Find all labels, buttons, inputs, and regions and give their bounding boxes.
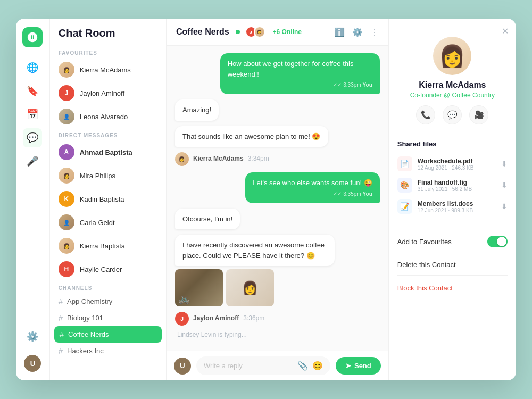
hash-icon: # bbox=[60, 330, 64, 339]
block-contact-label[interactable]: Block this Contact bbox=[397, 282, 453, 294]
emoji-icon[interactable]: 😊 bbox=[312, 361, 323, 371]
hash-icon: # bbox=[59, 346, 63, 355]
contact-leona-alvarado[interactable]: 👤 Leona Alvarado bbox=[50, 105, 166, 128]
add-favourites-row: Add to Favourites bbox=[397, 231, 508, 252]
msg-row-jaylon: J Jaylon Aminoff 3:36pm bbox=[175, 312, 380, 326]
channel-name: Hackers Inc bbox=[67, 347, 104, 355]
user-avatar[interactable]: U bbox=[24, 355, 41, 372]
channel-name: App Chemistry bbox=[67, 297, 112, 305]
contact-name: Leona Alvarado bbox=[80, 113, 128, 121]
chat-icon[interactable]: 💬 bbox=[23, 128, 42, 147]
contact-jaylon-aminoff[interactable]: J Jaylon Aminoff bbox=[50, 81, 166, 105]
divider bbox=[397, 254, 508, 254]
video-button[interactable]: 🎥 bbox=[469, 105, 488, 124]
typing-indicator: Lindsey Levin is typing... bbox=[175, 331, 380, 338]
message-button[interactable]: 💬 bbox=[443, 105, 462, 124]
msg-row-named: 👩 Kierra McAdams 3:34pm bbox=[175, 152, 380, 167]
contact-ahmad[interactable]: A Ahmad Baptista bbox=[50, 140, 166, 164]
cafe-image bbox=[175, 269, 223, 306]
shared-files-title: Shared files bbox=[397, 140, 508, 148]
msg-row: I have recently discovered an awesome co… bbox=[175, 235, 380, 306]
settings-icon[interactable]: ⚙️ bbox=[352, 27, 363, 37]
avatar-kadin: K bbox=[59, 191, 74, 207]
channel-coffee-nerds[interactable]: # Coffee Nerds bbox=[54, 326, 162, 343]
settings-icon[interactable]: ⚙️ bbox=[23, 327, 42, 346]
file-name: Members list.docs bbox=[418, 200, 496, 207]
pdf-icon: 📄 bbox=[397, 156, 412, 171]
avatar-haylie: H bbox=[59, 261, 74, 277]
app-logo[interactable] bbox=[22, 27, 43, 47]
file-item: 📝 Members list.docs 12 Jun 2021 · 989.3 … bbox=[397, 196, 508, 217]
contact-kierra-mcadams[interactable]: 👩 Kierra McAdams bbox=[50, 58, 166, 81]
calendar-icon[interactable]: 📅 bbox=[23, 105, 42, 124]
avatar-kierra-b: 👩 bbox=[59, 238, 74, 254]
avatar-mira: 👩 bbox=[59, 168, 74, 184]
info-icon[interactable]: ℹ️ bbox=[334, 27, 345, 37]
contact-carla[interactable]: 👤 Carla Geidt bbox=[50, 211, 166, 234]
globe-icon[interactable]: 🌐 bbox=[23, 58, 42, 77]
message-time: ✓✓3:35pmYou bbox=[253, 190, 372, 198]
channel-hackers-inc[interactable]: # Hackers Inc bbox=[50, 343, 166, 359]
channel-name: Coffee Nerds bbox=[68, 330, 109, 338]
profile-actions: 📞 💬 🎥 bbox=[416, 105, 488, 124]
download-icon[interactable]: ⬇ bbox=[501, 202, 508, 211]
message-text: Let's see who else wants some fun! 😜 bbox=[253, 179, 372, 187]
right-panel: ✕ 👩 Kierra McAdams Co-founder @ Coffee C… bbox=[389, 19, 516, 380]
contact-name: Ahmad Baptista bbox=[80, 148, 132, 156]
avatar-carla: 👤 bbox=[59, 214, 74, 230]
profile-name: Kierra McAdams bbox=[419, 80, 486, 90]
contact-name: Kadin Baptista bbox=[80, 195, 124, 203]
sender-name: Jaylon Aminoff 3:36pm bbox=[193, 314, 264, 322]
bookmark-icon[interactable]: 🔖 bbox=[23, 81, 42, 101]
contact-haylie[interactable]: H Haylie Carder bbox=[50, 257, 166, 281]
contact-mira[interactable]: 👩 Mira Philips bbox=[50, 164, 166, 187]
add-favourites-label: Add to Favourites bbox=[397, 238, 452, 246]
mic-icon[interactable]: 🎤 bbox=[23, 152, 42, 171]
send-button[interactable]: ➤ Send bbox=[336, 357, 381, 375]
contact-name: Haylie Carder bbox=[80, 265, 122, 273]
contact-name: Kierra Baptista bbox=[80, 242, 125, 250]
file-info: Workschedule.pdf 12 Aug 2021 · 246.3 KB bbox=[418, 157, 496, 171]
message-bubble: That sounds like an awesome plan to me! … bbox=[175, 126, 328, 147]
send-icon: ➤ bbox=[345, 362, 351, 370]
profile-title: Co-founder @ Coffee Country bbox=[410, 92, 495, 99]
close-button[interactable]: ✕ bbox=[502, 26, 509, 36]
message-bubble: How about we get together for coffee thi… bbox=[220, 53, 380, 94]
message-text: How about we get together for coffee thi… bbox=[228, 60, 354, 78]
attachment-icon[interactable]: 📎 bbox=[297, 361, 308, 371]
block-contact-row[interactable]: Block this Contact bbox=[397, 278, 508, 298]
message-text: Amazing! bbox=[182, 106, 211, 114]
profile-avatar: 👩 bbox=[433, 37, 471, 75]
sender-avatar: 👩 bbox=[175, 152, 189, 166]
download-icon[interactable]: ⬇ bbox=[501, 181, 508, 189]
channel-biology[interactable]: # Biology 101 bbox=[50, 310, 166, 326]
msg-row: That sounds like an awesome plan to me! … bbox=[175, 126, 380, 147]
more-icon[interactable]: ⋮ bbox=[370, 27, 379, 37]
hash-icon: # bbox=[59, 297, 63, 306]
msg-row: Ofcourse, I'm in! bbox=[175, 209, 380, 230]
fig-icon: 🎨 bbox=[397, 178, 412, 193]
contact-name: Kierra McAdams bbox=[80, 66, 131, 74]
file-name: Workschedule.pdf bbox=[418, 157, 496, 165]
download-icon[interactable]: ⬇ bbox=[501, 160, 508, 168]
hash-icon: # bbox=[59, 313, 63, 322]
channel-app-chemistry[interactable]: # App Chemistry bbox=[50, 293, 166, 310]
delete-contact-label: Delete this Contact bbox=[397, 261, 456, 269]
message-text: I have recently discovered an awesome co… bbox=[182, 241, 325, 260]
reply-input[interactable] bbox=[204, 362, 293, 370]
chat-panel: Coffee Nerds J 👩 +6 Online ℹ️ ⚙️ ⋮ How a… bbox=[167, 19, 389, 380]
chat-body: How about we get together for coffee thi… bbox=[167, 46, 388, 351]
favourites-toggle[interactable] bbox=[487, 236, 508, 247]
contact-kadin[interactable]: K Kadin Baptista bbox=[50, 187, 166, 211]
file-meta: 31 July 2021 · 56.2 MB bbox=[418, 186, 496, 192]
app-container: 🌐 🔖 📅 💬 🎤 ⚙️ U Chat Room FAVOURITES 👩 Ki… bbox=[16, 19, 516, 380]
delete-contact-row[interactable]: Delete this Contact bbox=[397, 256, 508, 273]
message-text: Ofcourse, I'm in! bbox=[182, 215, 232, 223]
file-name: Final handoff.fig bbox=[418, 179, 496, 186]
av-2: 👩 bbox=[254, 26, 265, 38]
channels-label: CHANNELS bbox=[50, 281, 166, 293]
contact-kierra-b[interactable]: 👩 Kierra Baptista bbox=[50, 234, 166, 257]
call-button[interactable]: 📞 bbox=[416, 105, 435, 124]
avatar-kierra: 👩 bbox=[59, 62, 74, 78]
file-item: 📄 Workschedule.pdf 12 Aug 2021 · 246.3 K… bbox=[397, 153, 508, 174]
